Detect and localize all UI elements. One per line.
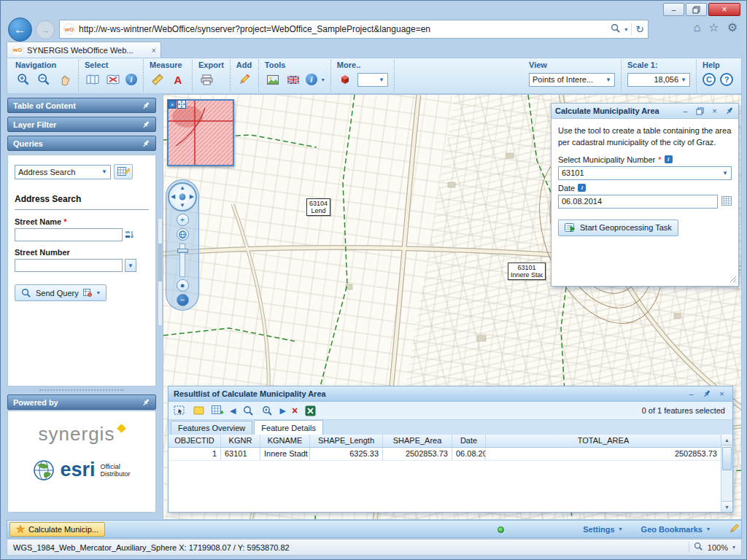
home-icon[interactable]: ⌂	[694, 21, 701, 34]
ruler-icon[interactable]	[150, 71, 166, 88]
pan-hand-icon[interactable]	[56, 71, 72, 88]
label-a-icon[interactable]: A	[170, 71, 186, 88]
panel-header-layer-filter[interactable]: Layer Filter	[7, 117, 156, 132]
pin-icon[interactable]	[142, 139, 150, 148]
identify-icon[interactable]: i	[125, 74, 137, 85]
tab-close-icon[interactable]: ×	[152, 46, 156, 55]
full-extent-button[interactable]	[177, 228, 189, 241]
scrollbar-thumb[interactable]	[722, 447, 732, 470]
pan-west-icon[interactable]: ◀	[171, 194, 175, 200]
zoom-out-icon[interactable]	[36, 71, 52, 88]
tools-gear-icon[interactable]: ⚙	[727, 20, 738, 34]
street-number-dropdown[interactable]: ▼	[125, 259, 136, 272]
select-map-icon[interactable]	[85, 71, 101, 88]
column-header[interactable]: TOTAL_AREA	[486, 435, 721, 447]
edit-query-button[interactable]	[114, 164, 133, 179]
pin-icon[interactable]	[142, 101, 150, 110]
search-dropdown-icon[interactable]: ▾	[624, 26, 627, 33]
scale-select[interactable]: 18,056▼	[627, 73, 690, 87]
scale-select-button[interactable]: ●	[177, 279, 189, 292]
highlight-icon[interactable]	[192, 404, 205, 417]
street-name-input[interactable]	[15, 228, 123, 241]
minimize-icon[interactable]: –	[686, 389, 697, 400]
view-select[interactable]: Points of Intere...▼	[529, 73, 615, 87]
refresh-icon[interactable]: ↻	[635, 23, 644, 35]
column-header[interactable]: SHAPE_Length	[310, 435, 383, 447]
add-to-table-icon[interactable]	[211, 404, 224, 417]
panel-drag-handle[interactable]	[39, 389, 124, 391]
map-navigation-control[interactable]: ▲ ▼ ◀ ▶ + ● −	[166, 179, 199, 311]
language-flag-icon[interactable]	[285, 71, 301, 88]
settings-menu[interactable]: Settings	[583, 525, 614, 534]
help-button[interactable]: ?	[720, 73, 733, 86]
info-icon[interactable]: i	[578, 184, 586, 192]
zoom-slider-handle[interactable]	[177, 249, 188, 253]
column-header[interactable]: KGNAME	[260, 435, 310, 447]
compass-center-icon[interactable]	[179, 194, 186, 201]
compass-control[interactable]: ▲ ▼ ◀ ▶	[168, 182, 197, 211]
address-bar[interactable]: wO http://w-ws-wintner/WebOffice/synserv…	[59, 20, 649, 39]
query-type-select[interactable]: Address Search ▼	[15, 165, 111, 179]
sidebar-scrollbar[interactable]	[158, 218, 163, 326]
column-header[interactable]: KGNR	[221, 435, 260, 447]
panel-header-queries[interactable]: Queries	[7, 136, 156, 151]
date-input[interactable]: 06.08.2014	[558, 195, 718, 209]
info-tool-icon[interactable]: i	[306, 74, 317, 85]
window-minimize-button[interactable]: –	[663, 3, 684, 16]
scrollbar-thumb[interactable]	[158, 244, 162, 281]
browser-back-button[interactable]: ←	[8, 18, 32, 42]
send-query-button[interactable]: Send Query ▾	[15, 284, 107, 301]
geoprocessing-cube-icon[interactable]	[337, 71, 353, 88]
column-header[interactable]: OBJECTID	[169, 435, 221, 447]
select-features-icon[interactable]	[173, 404, 186, 417]
calendar-icon[interactable]	[721, 196, 732, 207]
municipality-number-select[interactable]: 63101 ▼	[558, 166, 732, 180]
zoom-dropdown-icon[interactable]: ▾	[732, 544, 735, 551]
search-icon[interactable]	[611, 23, 621, 35]
zoom-to-all-icon[interactable]	[260, 404, 274, 417]
next-feature-icon[interactable]: ▶	[279, 406, 285, 416]
zoom-to-selected-icon[interactable]	[241, 404, 255, 417]
chevron-down-icon[interactable]: ▾	[97, 289, 100, 296]
overview-map[interactable]: ×	[167, 99, 234, 166]
tab-features-overview[interactable]: Features Overview	[171, 421, 252, 435]
overview-close-icon[interactable]: ×	[168, 100, 177, 109]
info-icon[interactable]: i	[665, 155, 673, 163]
close-icon[interactable]: ×	[716, 389, 727, 400]
table-row[interactable]: 1 63101 Innere Stadt 6325.33 2502853.73 …	[169, 448, 721, 461]
street-number-input[interactable]	[15, 259, 123, 272]
copyright-button[interactable]: C	[703, 73, 716, 86]
scroll-down-icon[interactable]: ▼	[721, 501, 732, 512]
pan-north-icon[interactable]: ▲	[179, 185, 185, 191]
minimized-window-button[interactable]: Calculate Municip...	[9, 522, 105, 537]
panel-header-table-of-content[interactable]: Table of Content	[7, 98, 156, 113]
print-icon[interactable]	[198, 71, 214, 88]
window-restore-button[interactable]	[686, 3, 707, 16]
panel-header-powered-by[interactable]: Powered by	[7, 394, 156, 410]
column-header[interactable]: Date	[452, 435, 486, 447]
edit-pencil-icon[interactable]	[729, 524, 739, 535]
column-header[interactable]: SHAPE_Area	[383, 435, 452, 447]
pin-icon[interactable]	[142, 120, 150, 129]
overview-move-icon[interactable]	[177, 100, 186, 109]
float-icon[interactable]	[694, 106, 705, 117]
more-tools-select[interactable]: ▼	[357, 73, 388, 87]
pin-icon[interactable]	[724, 106, 735, 117]
draw-pencil-icon[interactable]	[236, 71, 252, 88]
chevron-down-icon[interactable]: ▾	[707, 526, 710, 532]
remove-results-icon[interactable]: ×	[292, 405, 298, 416]
scroll-up-icon[interactable]: ▲	[721, 435, 732, 446]
resize-grip[interactable]	[729, 276, 737, 284]
pan-east-icon[interactable]: ▶	[190, 194, 194, 200]
zoom-out-button[interactable]: −	[177, 294, 189, 306]
tab-feature-details[interactable]: Feature Details	[254, 420, 323, 435]
zoom-in-icon[interactable]	[15, 71, 31, 88]
dialog-header[interactable]: Calculate Municipality Area – ×	[551, 104, 738, 119]
result-table-scrollbar[interactable]: ▲ ▼	[721, 435, 732, 512]
pan-south-icon[interactable]: ▼	[179, 203, 185, 209]
favorites-icon[interactable]: ☆	[708, 20, 719, 34]
window-close-button[interactable]: ×	[708, 3, 740, 16]
export-excel-icon[interactable]	[303, 404, 317, 417]
image-icon[interactable]	[265, 71, 281, 88]
geo-bookmarks-menu[interactable]: Geo Bookmarks	[641, 525, 703, 534]
